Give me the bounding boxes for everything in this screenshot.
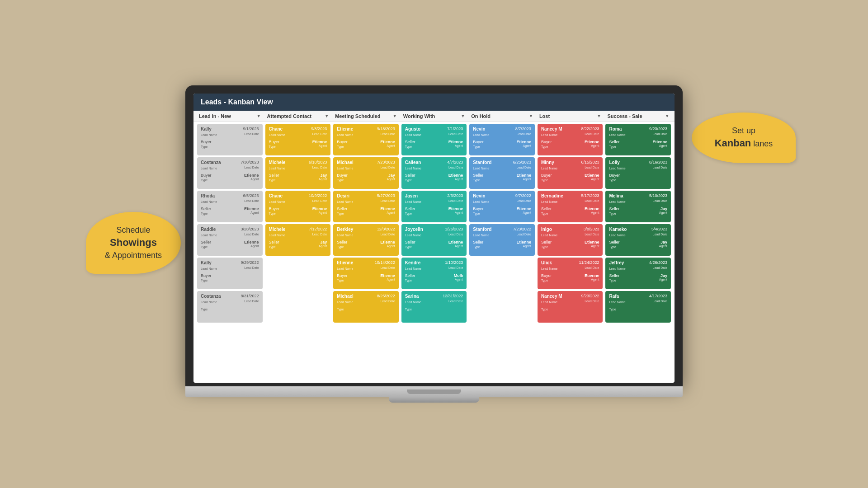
kanban-card[interactable]: Costanza 7/30/2023 Lead Name Lead Date B… <box>197 157 263 189</box>
kanban-card[interactable]: Michael 7/23/2023 Lead Name Lead Date Bu… <box>333 157 399 189</box>
kanban-card[interactable]: Etienne 9/18/2023 Lead Name Lead Date Bu… <box>333 124 399 155</box>
laptop-stand <box>389 397 479 403</box>
kanban-card[interactable]: Jeffrey 4/26/2023 Lead Name Lead Date Se… <box>605 258 671 289</box>
kanban-card[interactable]: Chane 9/8/2023 Lead Name Lead Date Buyer… <box>265 124 331 155</box>
kanban-card[interactable]: Nancey M 9/23/2022 Lead Name Lead Date T… <box>538 291 603 323</box>
kanban-card[interactable]: Jasen 2/3/2023 Lead Name Lead Date Selle… <box>401 191 467 222</box>
kanban-card[interactable]: Agusto 7/1/2023 Lead Name Lead Date Sell… <box>401 124 467 155</box>
kanban-card[interactable]: Sarina 12/31/2022 Lead Name Lead Date Ty… <box>401 291 467 323</box>
kanban-card[interactable]: Raddie 3/28/2023 Lead Name Lead Date Sel… <box>197 224 263 256</box>
bubble-left: Schedule Showings & Appointments <box>86 212 181 274</box>
kanban-card[interactable]: Nevin 9/7/2022 Lead Name Lead Date Buyer… <box>469 191 535 222</box>
col-header-working-with[interactable]: Working With ▼ <box>401 113 467 120</box>
kanban-card[interactable]: Berkley 12/3/2022 Lead Name Lead Date Se… <box>333 224 399 256</box>
kanban-card[interactable]: Michael 8/25/2022 Lead Name Lead Date Ty… <box>333 291 399 323</box>
col-lost: Nancey M 8/22/2023 Lead Name Lead Date B… <box>538 124 603 380</box>
col-on-hold: Nevin 8/7/2023 Lead Name Lead Date Buyer… <box>469 124 535 380</box>
kanban-card[interactable]: Nevin 8/7/2023 Lead Name Lead Date Buyer… <box>469 124 535 155</box>
col-arrow-3: ▼ <box>461 114 465 118</box>
col-label-meeting-scheduled: Meeting Scheduled <box>335 113 380 119</box>
kanban-card[interactable]: Bernadine 5/17/2023 Lead Name Lead Date … <box>538 191 603 222</box>
app-header: Leads - Kanban View <box>193 94 675 111</box>
col-header-success-sale[interactable]: Success - Sale ▼ <box>605 113 671 120</box>
col-label-on-hold: On Hold <box>471 113 491 119</box>
kanban-card[interactable]: Kendre 1/10/2023 Lead Name Lead Date Sel… <box>401 258 467 289</box>
col-attempted-contact: Chane 9/8/2023 Lead Name Lead Date Buyer… <box>265 124 331 380</box>
kanban-columns-header: Lead In - New ▼ Attempted Contact ▼ Meet… <box>193 111 675 122</box>
kanban-card[interactable]: Kally 9/1/2023 Lead Name Lead Date Buyer… <box>197 124 263 155</box>
kanban-card[interactable]: Melina 5/10/2023 Lead Name Lead Date Sel… <box>605 191 671 222</box>
bubble-right: Set up Kanban lanes <box>692 113 796 163</box>
bubble-left-bold: Showings <box>96 236 171 250</box>
bubble-right-bold: Kanban <box>715 137 751 149</box>
col-header-on-hold[interactable]: On Hold ▼ <box>469 113 535 120</box>
col-header-lead-in-new[interactable]: Lead In - New ▼ <box>197 113 263 120</box>
col-arrow-1: ▼ <box>325 114 329 118</box>
kanban-card[interactable]: Kally 9/29/2022 Lead Name Lead Date Buye… <box>197 258 263 289</box>
kanban-card[interactable]: Ulick 11/24/2022 Lead Name Lead Date Buy… <box>538 258 603 289</box>
kanban-card[interactable]: Lolly 8/16/2023 Lead Name Lead Date Buye… <box>605 157 671 189</box>
col-success-sale: Roma 9/23/2023 Lead Name Lead Date Selle… <box>605 124 671 380</box>
kanban-card[interactable]: Kameko 5/4/2023 Lead Name Lead Date Sell… <box>605 224 671 256</box>
col-label-success-sale: Success - Sale <box>607 113 642 119</box>
kanban-card[interactable]: Callean 4/7/2023 Lead Name Lead Date Sel… <box>401 157 467 189</box>
screen: Leads - Kanban View Lead In - New ▼ Atte… <box>193 94 675 383</box>
col-working-with: Agusto 7/1/2023 Lead Name Lead Date Sell… <box>401 124 467 380</box>
col-arrow-0: ▼ <box>257 114 261 118</box>
col-header-meeting-scheduled[interactable]: Meeting Scheduled ▼ <box>333 113 399 120</box>
kanban-card[interactable]: Rhoda 6/5/2023 Lead Name Lead Date Selle… <box>197 191 263 222</box>
kanban-body: Kally 9/1/2023 Lead Name Lead Date Buyer… <box>193 122 675 382</box>
kanban-card[interactable]: Costanza 8/31/2022 Lead Name Lead Date T… <box>197 291 263 323</box>
kanban-card[interactable]: Etienne 10/14/2022 Lead Name Lead Date B… <box>333 258 399 289</box>
col-meeting-scheduled: Etienne 9/18/2023 Lead Name Lead Date Bu… <box>333 124 399 380</box>
kanban-card[interactable]: Stanford 7/23/2022 Lead Name Lead Date S… <box>469 224 535 256</box>
col-lead-in-new: Kally 9/1/2023 Lead Name Lead Date Buyer… <box>197 124 263 380</box>
col-header-lost[interactable]: Lost ▼ <box>538 113 603 120</box>
col-arrow-6: ▼ <box>665 114 669 118</box>
laptop-frame: Leads - Kanban View Lead In - New ▼ Atte… <box>185 85 683 403</box>
kanban-card[interactable]: Roma 9/23/2023 Lead Name Lead Date Selle… <box>605 124 671 155</box>
col-label-lead-in-new: Lead In - New <box>199 113 231 119</box>
col-arrow-2: ▼ <box>393 114 397 118</box>
kanban-card[interactable]: Michele 7/12/2022 Lead Name Lead Date Se… <box>265 224 331 256</box>
col-arrow-4: ▼ <box>529 114 533 118</box>
kanban-card[interactable]: Joycelin 1/26/2023 Lead Name Lead Date S… <box>401 224 467 256</box>
kanban-card[interactable]: Desiri 5/27/2023 Lead Name Lead Date Sel… <box>333 191 399 222</box>
col-header-attempted-contact[interactable]: Attempted Contact ▼ <box>265 113 331 120</box>
kanban-card[interactable]: Minny 6/15/2023 Lead Name Lead Date Buye… <box>538 157 603 189</box>
col-label-working-with: Working With <box>403 113 435 119</box>
kanban-card[interactable]: Nancey M 8/22/2023 Lead Name Lead Date B… <box>538 124 603 155</box>
kanban-card[interactable]: Rafa 4/17/2023 Lead Name Lead Date Type <box>605 291 671 323</box>
col-arrow-5: ▼ <box>597 114 601 118</box>
kanban-card[interactable]: Inigo 3/8/2023 Lead Name Lead Date Selle… <box>538 224 603 256</box>
kanban-card[interactable]: Stanford 6/25/2023 Lead Name Lead Date S… <box>469 157 535 189</box>
laptop-notch <box>407 389 461 394</box>
kanban-card[interactable]: Chane 10/9/2022 Lead Name Lead Date Buye… <box>265 191 331 222</box>
col-label-lost: Lost <box>539 113 550 119</box>
kanban-card[interactable]: Michele 6/10/2023 Lead Name Lead Date Se… <box>265 157 331 189</box>
kanban-container: Lead In - New ▼ Attempted Contact ▼ Meet… <box>193 111 675 382</box>
screen-bezel: Leads - Kanban View Lead In - New ▼ Atte… <box>185 85 683 386</box>
app-title: Leads - Kanban View <box>201 98 273 106</box>
col-label-attempted-contact: Attempted Contact <box>267 113 311 119</box>
laptop-wrapper: Schedule Showings & Appointments Set up … <box>185 85 683 403</box>
laptop-base <box>185 386 683 397</box>
